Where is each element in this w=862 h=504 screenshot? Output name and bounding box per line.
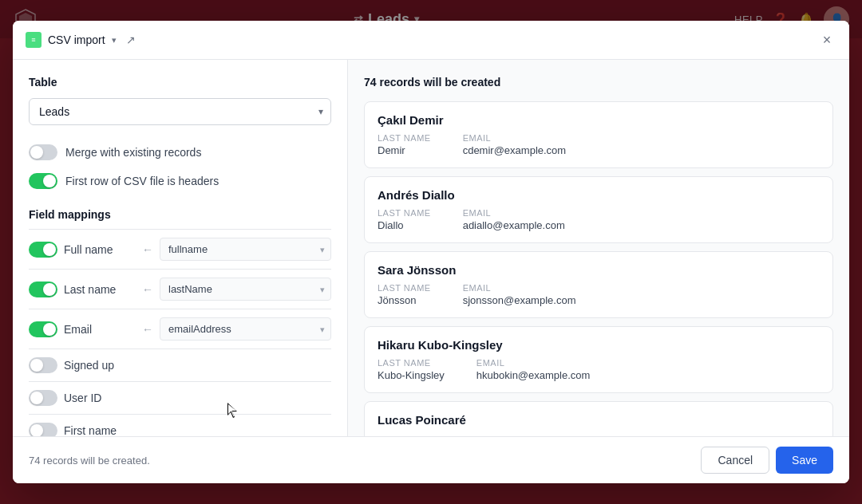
first-row-toggle-knob — [43, 175, 56, 187]
record-name-3: Hikaru Kubo-Kingsley — [378, 338, 820, 352]
table-select-wrapper: Leads ▾ — [29, 98, 331, 125]
mapping-arrow-email: ← — [142, 323, 153, 336]
record-name-1: Andrés Diallo — [378, 188, 820, 202]
record-field-lastname-1: LAST NAME Diallo — [378, 208, 431, 231]
save-button[interactable]: Save — [776, 447, 833, 474]
record-field-email-1: EMAIL adiallo@example.com — [463, 208, 565, 231]
fullname-toggle[interactable] — [29, 242, 57, 258]
external-link-icon[interactable]: ↗ — [126, 33, 136, 46]
record-fields-3: LAST NAME Kubo-Kingsley EMAIL hkubokin@e… — [378, 358, 820, 381]
merge-toggle-knob — [30, 146, 43, 159]
first-row-label: First row of CSV file is headers — [65, 175, 219, 187]
mapping-arrow-lastname: ← — [142, 283, 153, 296]
first-row-toggle-row: First row of CSV file is headers — [29, 167, 331, 195]
firstname-field-label: First name — [64, 424, 136, 436]
mapping-row-fullname: Full name ← fullname ▾ — [29, 233, 331, 266]
lastname-select[interactable]: lastName — [160, 278, 331, 301]
modal-body: Table Leads ▾ Merge with existing record… — [13, 60, 849, 436]
cancel-button[interactable]: Cancel — [701, 447, 769, 474]
csv-import-label: CSV import — [48, 33, 105, 46]
signedup-toggle[interactable] — [29, 357, 57, 373]
modal: ≡ CSV import ▾ ↗ × Table Leads ▾ — [13, 21, 849, 483]
right-panel: 74 records will be created Çakıl Demir L… — [348, 60, 849, 436]
mapping-row-signedup: Signed up — [29, 352, 331, 378]
divider-4 — [29, 348, 331, 349]
record-field-lastname-0: LAST NAME Demir — [378, 133, 431, 156]
mapping-arrow-fullname: ← — [142, 243, 153, 256]
merge-label: Merge with existing records — [65, 146, 201, 159]
left-panel: Table Leads ▾ Merge with existing record… — [13, 60, 348, 436]
footer-actions: Cancel Save — [701, 447, 833, 474]
record-fields-1: LAST NAME Diallo EMAIL adiallo@example.c… — [378, 208, 820, 231]
divider-5 — [29, 381, 331, 382]
modal-header-left: ≡ CSV import ▾ ↗ — [26, 32, 136, 48]
lastname-field-label: Last name — [64, 283, 136, 296]
csv-icon: ≡ — [26, 32, 42, 48]
modal-footer: 74 records will be created. Cancel Save — [13, 436, 849, 483]
merge-toggle[interactable] — [29, 144, 57, 160]
field-mappings-title: Field mappings — [29, 208, 331, 221]
footer-status: 74 records will be created. — [29, 455, 150, 467]
divider-2 — [29, 269, 331, 270]
fullname-field-label: Full name — [64, 243, 136, 256]
record-name-2: Sara Jönsson — [378, 263, 820, 277]
record-card-0: Çakıl Demir LAST NAME Demir EMAIL cdemir… — [364, 101, 833, 168]
record-card-4: Lucas Poincaré — [364, 401, 833, 436]
record-card-2: Sara Jönsson LAST NAME Jönsson EMAIL sjo… — [364, 251, 833, 318]
records-title: 74 records will be created — [364, 76, 833, 89]
mapping-row-lastname: Last name ← lastName ▾ — [29, 273, 331, 305]
lastname-select-wrapper: lastName ▾ — [160, 278, 331, 301]
record-card-3: Hikaru Kubo-Kingsley LAST NAME Kubo-King… — [364, 326, 833, 393]
mapping-row-firstname: First name — [29, 418, 331, 436]
record-name-0: Çakıl Demir — [378, 113, 820, 127]
merge-toggle-row: Merge with existing records — [29, 138, 331, 167]
record-card-1: Andrés Diallo LAST NAME Diallo EMAIL adi… — [364, 176, 833, 243]
divider-1 — [29, 229, 331, 230]
table-section-title: Table — [29, 76, 331, 89]
divider-6 — [29, 414, 331, 415]
record-field-email-0: EMAIL cdemir@example.com — [463, 133, 567, 156]
record-fields-0: LAST NAME Demir EMAIL cdemir@example.com — [378, 133, 820, 156]
email-toggle[interactable] — [29, 321, 57, 337]
mapping-row-userid: User ID — [29, 385, 331, 411]
record-name-4: Lucas Poincaré — [378, 413, 820, 427]
email-select-wrapper: emailAddress ▾ — [160, 317, 331, 341]
lastname-toggle[interactable] — [29, 282, 57, 297]
email-select[interactable]: emailAddress — [160, 317, 331, 341]
record-field-lastname-3: LAST NAME Kubo-Kingsley — [378, 358, 445, 381]
table-select[interactable]: Leads — [29, 98, 331, 125]
dropdown-chevron-icon[interactable]: ▾ — [112, 35, 117, 45]
userid-toggle[interactable] — [29, 390, 57, 406]
record-field-lastname-2: LAST NAME Jönsson — [378, 283, 431, 306]
mapping-row-email: Email ← emailAddress ▾ — [29, 313, 331, 345]
signedup-field-label: Signed up — [64, 359, 136, 372]
close-button[interactable]: × — [817, 30, 836, 49]
email-field-label: Email — [64, 323, 136, 336]
modal-overlay: ≡ CSV import ▾ ↗ × Table Leads ▾ — [0, 0, 862, 504]
firstname-toggle[interactable] — [29, 423, 57, 436]
first-row-toggle[interactable] — [29, 173, 57, 189]
fullname-select-wrapper: fullname ▾ — [160, 238, 331, 261]
userid-field-label: User ID — [64, 392, 136, 404]
modal-header: ≡ CSV import ▾ ↗ × — [13, 21, 849, 60]
fullname-select[interactable]: fullname — [160, 238, 331, 261]
record-fields-2: LAST NAME Jönsson EMAIL sjonsson@example… — [378, 283, 820, 306]
divider-3 — [29, 309, 331, 309]
record-field-email-2: EMAIL sjonsson@example.com — [463, 283, 576, 306]
record-field-email-3: EMAIL hkubokin@example.com — [476, 358, 591, 381]
